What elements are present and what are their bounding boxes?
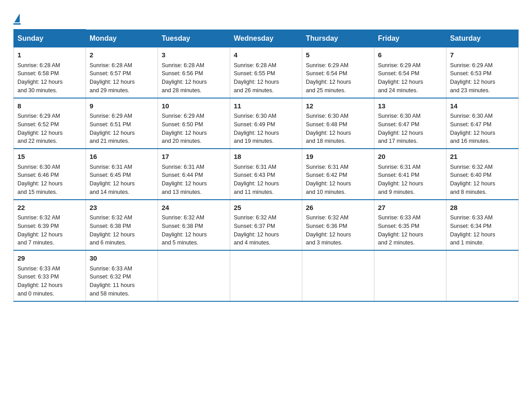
day-info: Sunrise: 6:28 AMSunset: 6:55 PMDaylight:… bbox=[234, 61, 298, 95]
day-info: Sunrise: 6:31 AMSunset: 6:45 PMDaylight:… bbox=[90, 163, 154, 197]
calendar-header-saturday: Saturday bbox=[446, 30, 519, 47]
calendar-cell: 29Sunrise: 6:33 AMSunset: 6:33 PMDayligh… bbox=[14, 250, 86, 301]
day-number: 8 bbox=[17, 101, 82, 111]
logo bbox=[13, 9, 21, 25]
day-number: 21 bbox=[450, 152, 515, 162]
day-number: 11 bbox=[234, 101, 298, 111]
day-info: Sunrise: 6:30 AMSunset: 6:49 PMDaylight:… bbox=[234, 112, 298, 146]
day-info: Sunrise: 6:29 AMSunset: 6:51 PMDaylight:… bbox=[90, 112, 154, 146]
calendar-cell: 16Sunrise: 6:31 AMSunset: 6:45 PMDayligh… bbox=[86, 149, 158, 200]
day-info: Sunrise: 6:28 AMSunset: 6:58 PMDaylight:… bbox=[17, 61, 82, 95]
calendar-cell: 6Sunrise: 6:29 AMSunset: 6:54 PMDaylight… bbox=[374, 47, 446, 98]
day-info: Sunrise: 6:30 AMSunset: 6:47 PMDaylight:… bbox=[450, 112, 515, 146]
calendar-cell: 27Sunrise: 6:33 AMSunset: 6:35 PMDayligh… bbox=[374, 200, 446, 251]
calendar-cell: 21Sunrise: 6:32 AMSunset: 6:40 PMDayligh… bbox=[446, 149, 519, 200]
calendar-cell: 20Sunrise: 6:31 AMSunset: 6:41 PMDayligh… bbox=[374, 149, 446, 200]
logo-underline bbox=[13, 23, 21, 25]
day-number: 3 bbox=[162, 50, 226, 60]
calendar-cell: 24Sunrise: 6:32 AMSunset: 6:38 PMDayligh… bbox=[158, 200, 230, 251]
day-number: 30 bbox=[90, 253, 154, 264]
day-number: 9 bbox=[90, 101, 154, 111]
calendar-cell: 22Sunrise: 6:32 AMSunset: 6:39 PMDayligh… bbox=[14, 200, 86, 251]
calendar-cell: 2Sunrise: 6:28 AMSunset: 6:57 PMDaylight… bbox=[86, 47, 158, 98]
calendar-week-row: 15Sunrise: 6:30 AMSunset: 6:46 PMDayligh… bbox=[14, 149, 519, 200]
day-number: 15 bbox=[17, 152, 82, 162]
calendar-cell: 5Sunrise: 6:29 AMSunset: 6:54 PMDaylight… bbox=[302, 47, 374, 98]
day-number: 22 bbox=[17, 203, 82, 213]
calendar-cell: 12Sunrise: 6:30 AMSunset: 6:48 PMDayligh… bbox=[302, 98, 374, 149]
day-number: 1 bbox=[17, 50, 82, 60]
calendar-cell: 11Sunrise: 6:30 AMSunset: 6:49 PMDayligh… bbox=[230, 98, 302, 149]
calendar-cell bbox=[446, 250, 519, 301]
day-number: 10 bbox=[162, 101, 226, 111]
calendar-cell: 7Sunrise: 6:29 AMSunset: 6:53 PMDaylight… bbox=[446, 47, 519, 98]
calendar-header-tuesday: Tuesday bbox=[158, 30, 230, 47]
calendar-cell: 14Sunrise: 6:30 AMSunset: 6:47 PMDayligh… bbox=[446, 98, 519, 149]
day-info: Sunrise: 6:30 AMSunset: 6:47 PMDaylight:… bbox=[378, 112, 442, 146]
calendar-cell: 28Sunrise: 6:33 AMSunset: 6:34 PMDayligh… bbox=[446, 200, 519, 251]
day-number: 5 bbox=[306, 50, 370, 60]
day-number: 4 bbox=[234, 50, 298, 60]
day-number: 23 bbox=[90, 203, 154, 213]
day-info: Sunrise: 6:29 AMSunset: 6:50 PMDaylight:… bbox=[162, 112, 226, 146]
calendar-week-row: 29Sunrise: 6:33 AMSunset: 6:33 PMDayligh… bbox=[14, 250, 519, 301]
day-info: Sunrise: 6:30 AMSunset: 6:46 PMDaylight:… bbox=[17, 163, 82, 197]
day-number: 7 bbox=[450, 50, 515, 60]
calendar-cell: 26Sunrise: 6:32 AMSunset: 6:36 PMDayligh… bbox=[302, 200, 374, 251]
day-number: 18 bbox=[234, 152, 298, 162]
day-number: 24 bbox=[162, 203, 226, 213]
calendar-cell bbox=[302, 250, 374, 301]
calendar-header-row: SundayMondayTuesdayWednesdayThursdayFrid… bbox=[14, 30, 519, 47]
day-info: Sunrise: 6:29 AMSunset: 6:54 PMDaylight:… bbox=[306, 61, 370, 95]
calendar-cell: 1Sunrise: 6:28 AMSunset: 6:58 PMDaylight… bbox=[14, 47, 86, 98]
day-number: 16 bbox=[90, 152, 154, 162]
day-number: 29 bbox=[17, 253, 82, 264]
calendar-cell: 30Sunrise: 6:33 AMSunset: 6:32 PMDayligh… bbox=[86, 250, 158, 301]
day-info: Sunrise: 6:32 AMSunset: 6:38 PMDaylight:… bbox=[162, 214, 226, 247]
day-info: Sunrise: 6:31 AMSunset: 6:42 PMDaylight:… bbox=[306, 163, 370, 197]
day-info: Sunrise: 6:33 AMSunset: 6:32 PMDaylight:… bbox=[90, 265, 154, 298]
day-info: Sunrise: 6:30 AMSunset: 6:48 PMDaylight:… bbox=[306, 112, 370, 146]
calendar-cell: 13Sunrise: 6:30 AMSunset: 6:47 PMDayligh… bbox=[374, 98, 446, 149]
day-info: Sunrise: 6:33 AMSunset: 6:33 PMDaylight:… bbox=[17, 265, 82, 298]
day-number: 27 bbox=[378, 203, 442, 213]
calendar-cell: 8Sunrise: 6:29 AMSunset: 6:52 PMDaylight… bbox=[14, 98, 86, 149]
day-info: Sunrise: 6:29 AMSunset: 6:54 PMDaylight:… bbox=[378, 61, 442, 95]
day-info: Sunrise: 6:31 AMSunset: 6:41 PMDaylight:… bbox=[378, 163, 442, 197]
day-number: 2 bbox=[90, 50, 154, 60]
calendar-cell: 15Sunrise: 6:30 AMSunset: 6:46 PMDayligh… bbox=[14, 149, 86, 200]
day-info: Sunrise: 6:29 AMSunset: 6:52 PMDaylight:… bbox=[17, 112, 82, 146]
day-number: 6 bbox=[378, 50, 442, 60]
calendar-table: SundayMondayTuesdayWednesdayThursdayFrid… bbox=[13, 29, 519, 302]
calendar-week-row: 8Sunrise: 6:29 AMSunset: 6:52 PMDaylight… bbox=[14, 98, 519, 149]
calendar-week-row: 22Sunrise: 6:32 AMSunset: 6:39 PMDayligh… bbox=[14, 200, 519, 251]
day-info: Sunrise: 6:32 AMSunset: 6:39 PMDaylight:… bbox=[17, 214, 82, 247]
calendar-cell: 10Sunrise: 6:29 AMSunset: 6:50 PMDayligh… bbox=[158, 98, 230, 149]
calendar-cell bbox=[374, 250, 446, 301]
day-info: Sunrise: 6:31 AMSunset: 6:44 PMDaylight:… bbox=[162, 163, 226, 197]
day-number: 13 bbox=[378, 101, 442, 111]
calendar-cell bbox=[158, 250, 230, 301]
day-number: 26 bbox=[306, 203, 370, 213]
day-number: 28 bbox=[450, 203, 515, 213]
calendar-cell: 23Sunrise: 6:32 AMSunset: 6:38 PMDayligh… bbox=[86, 200, 158, 251]
day-info: Sunrise: 6:29 AMSunset: 6:53 PMDaylight:… bbox=[450, 61, 515, 95]
calendar-header-thursday: Thursday bbox=[302, 30, 374, 47]
calendar-cell bbox=[230, 250, 302, 301]
day-number: 17 bbox=[162, 152, 226, 162]
day-info: Sunrise: 6:31 AMSunset: 6:43 PMDaylight:… bbox=[234, 163, 298, 197]
calendar-header-monday: Monday bbox=[86, 30, 158, 47]
day-number: 14 bbox=[450, 101, 515, 111]
day-info: Sunrise: 6:32 AMSunset: 6:37 PMDaylight:… bbox=[234, 214, 298, 247]
calendar-header-sunday: Sunday bbox=[14, 30, 86, 47]
calendar-cell: 25Sunrise: 6:32 AMSunset: 6:37 PMDayligh… bbox=[230, 200, 302, 251]
day-number: 25 bbox=[234, 203, 298, 213]
day-info: Sunrise: 6:33 AMSunset: 6:35 PMDaylight:… bbox=[378, 214, 442, 247]
day-info: Sunrise: 6:32 AMSunset: 6:40 PMDaylight:… bbox=[450, 163, 515, 197]
day-info: Sunrise: 6:32 AMSunset: 6:36 PMDaylight:… bbox=[306, 214, 370, 247]
day-info: Sunrise: 6:33 AMSunset: 6:34 PMDaylight:… bbox=[450, 214, 515, 247]
day-info: Sunrise: 6:32 AMSunset: 6:38 PMDaylight:… bbox=[90, 214, 154, 247]
day-number: 19 bbox=[306, 152, 370, 162]
calendar-cell: 4Sunrise: 6:28 AMSunset: 6:55 PMDaylight… bbox=[230, 47, 302, 98]
day-info: Sunrise: 6:28 AMSunset: 6:57 PMDaylight:… bbox=[90, 61, 154, 95]
